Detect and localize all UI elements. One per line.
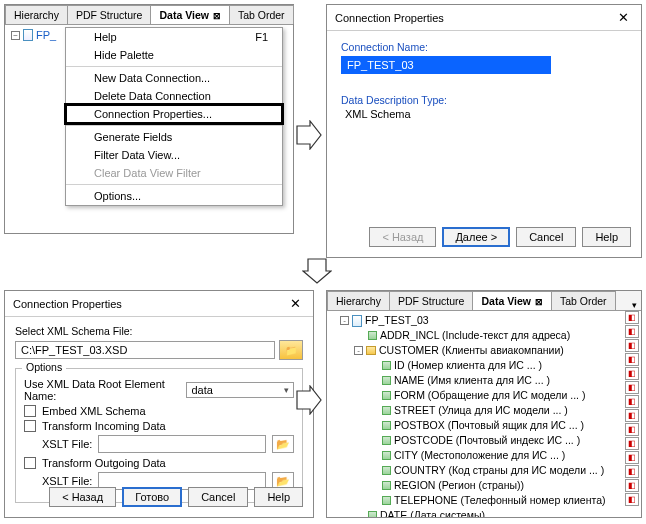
field-icon	[382, 406, 391, 415]
back-button[interactable]: < Назад	[49, 487, 116, 507]
tree-label: ID (Номер клиента для ИС ... )	[394, 358, 542, 373]
tree-row[interactable]: NAME (Имя клиента для ИС ... )	[331, 373, 637, 388]
group-icon	[366, 346, 376, 355]
close-icon[interactable]: ⊠	[535, 297, 543, 307]
menu-item: Clear Data View Filter	[66, 164, 282, 182]
xslt-in-browse-button[interactable]: 📂	[272, 435, 294, 453]
finish-button[interactable]: Готово	[122, 487, 182, 507]
tree-row[interactable]: DATE (Дата системы)	[331, 508, 637, 518]
panelA-tabbar: Hierarchy PDF Structure Data View⊠ Tab O…	[5, 5, 293, 25]
xslt-in-label: XSLT File:	[42, 438, 92, 450]
tree-row[interactable]: FORM (Обращение для ИС модели ... )	[331, 388, 637, 403]
tree-label: CITY (Местоположение для ИС ... )	[394, 448, 565, 463]
tab-pdf-structure[interactable]: PDF Structure	[389, 291, 474, 310]
close-icon[interactable]: ⊠	[213, 11, 221, 21]
embed-label: Embed XML Schema	[42, 405, 146, 417]
tree-row[interactable]: POSTBOX (Почтовый ящик для ИС ... )	[331, 418, 637, 433]
tab-tab-order[interactable]: Tab Order	[551, 291, 616, 310]
close-icon[interactable]: ✕	[614, 10, 633, 25]
arrow-down-icon	[302, 258, 332, 284]
tool-icon[interactable]: ◧	[625, 465, 639, 478]
folder-icon: 📂	[276, 475, 290, 488]
tree-row[interactable]: POSTCODE (Почтовый индекс ИС ... )	[331, 433, 637, 448]
field-icon	[382, 421, 391, 430]
menu-item[interactable]: Connection Properties...	[66, 105, 282, 123]
tree-row[interactable]: ID (Номер клиента для ИС ... )	[331, 358, 637, 373]
tree-row[interactable]: TELEPHONE (Телефонный номер клиента)	[331, 493, 637, 508]
tree-row[interactable]: COUNTRY (Код страны для ИС модели ... )	[331, 463, 637, 478]
tree-label: NAME (Имя клиента для ИС ... )	[394, 373, 550, 388]
tab-tab-order[interactable]: Tab Order	[229, 5, 294, 24]
tab-data-view[interactable]: Data View⊠	[472, 291, 551, 310]
tree-label: DATE (Дата системы)	[380, 508, 485, 518]
tool-icon[interactable]: ◧	[625, 423, 639, 436]
menu-item[interactable]: Generate Fields	[66, 128, 282, 146]
palette-menu-icon[interactable]: ▾	[628, 300, 641, 310]
tree-label: REGION (Регион (страны))	[394, 478, 524, 493]
tree-row[interactable]: REGION (Регион (страны))	[331, 478, 637, 493]
tree-label: POSTCODE (Почтовый индекс ИС ... )	[394, 433, 580, 448]
expand-icon[interactable]: -	[354, 346, 363, 355]
help-button[interactable]: Help	[582, 227, 631, 247]
close-icon[interactable]: ✕	[286, 296, 305, 311]
tool-icon[interactable]: ◧	[625, 339, 639, 352]
tree-label: FP_TEST_03	[365, 313, 429, 328]
arrow-right-icon	[296, 120, 322, 150]
tree-row[interactable]: STREET (Улица для ИС модели ... )	[331, 403, 637, 418]
field-icon	[382, 376, 391, 385]
desc-type-value: XML Schema	[341, 106, 627, 120]
tree-row[interactable]: -CUSTOMER (Клиенты авиакомпании)	[331, 343, 637, 358]
tool-icon[interactable]: ◧	[625, 325, 639, 338]
field-icon	[382, 466, 391, 475]
field-icon	[382, 436, 391, 445]
back-button: < Назад	[369, 227, 436, 247]
root-elem-label: Use XML Data Root Element Name:	[24, 378, 180, 402]
menu-item[interactable]: New Data Connection...	[66, 69, 282, 87]
data-tree: -FP_TEST_03ADDR_INCL (Include-текст для …	[327, 311, 641, 518]
transform-in-checkbox[interactable]	[24, 420, 36, 432]
transform-in-label: Transform Incoming Data	[42, 420, 166, 432]
tab-data-view[interactable]: Data View⊠	[150, 5, 229, 24]
tree-label: FORM (Обращение для ИС модели ... )	[394, 388, 585, 403]
field-icon	[368, 331, 377, 340]
browse-button[interactable]: 📁	[279, 340, 303, 360]
collapse-icon[interactable]: −	[11, 31, 20, 40]
cancel-button[interactable]: Cancel	[188, 487, 248, 507]
xslt-in-input[interactable]	[98, 435, 266, 453]
cancel-button[interactable]: Cancel	[516, 227, 576, 247]
menu-item[interactable]: HelpF1	[66, 28, 282, 46]
menu-item[interactable]: Filter Data View...	[66, 146, 282, 164]
desc-type-label: Data Description Type:	[341, 94, 627, 106]
help-button[interactable]: Help	[254, 487, 303, 507]
tool-icon[interactable]: ◧	[625, 409, 639, 422]
next-button[interactable]: Далее >	[442, 227, 510, 247]
root-label: FP_	[36, 29, 56, 41]
xsd-path-input[interactable]: C:\FP_TEST_03.XSD	[15, 341, 275, 359]
root-elem-select[interactable]: data▾	[186, 382, 294, 398]
tree-row[interactable]: CITY (Местоположение для ИС ... )	[331, 448, 637, 463]
expand-icon[interactable]: -	[340, 316, 349, 325]
xml-file-icon	[23, 29, 33, 41]
tree-label: TELEPHONE (Телефонный номер клиента)	[394, 493, 606, 508]
tree-row[interactable]: -FP_TEST_03	[331, 313, 637, 328]
conn-name-input[interactable]: FP_TEST_03	[341, 56, 551, 74]
tool-icon[interactable]: ◧	[625, 367, 639, 380]
tree-label: CUSTOMER (Клиенты авиакомпании)	[379, 343, 564, 358]
tool-icon[interactable]: ◧	[625, 493, 639, 506]
transform-out-checkbox[interactable]	[24, 457, 36, 469]
tool-icon[interactable]: ◧	[625, 479, 639, 492]
tab-pdf-structure[interactable]: PDF Structure	[67, 5, 152, 24]
tree-row[interactable]: ADDR_INCL (Include-текст для адреса)	[331, 328, 637, 343]
menu-item[interactable]: Delete Data Connection	[66, 87, 282, 105]
tool-icon[interactable]: ◧	[625, 395, 639, 408]
tool-icon[interactable]: ◧	[625, 381, 639, 394]
tab-hierarchy[interactable]: Hierarchy	[327, 291, 390, 310]
menu-item[interactable]: Options...	[66, 187, 282, 205]
tool-icon[interactable]: ◧	[625, 353, 639, 366]
menu-item[interactable]: Hide Palette	[66, 46, 282, 64]
embed-checkbox[interactable]	[24, 405, 36, 417]
tool-icon[interactable]: ◧	[625, 437, 639, 450]
tab-hierarchy[interactable]: Hierarchy	[5, 5, 68, 24]
tool-icon[interactable]: ◧	[625, 451, 639, 464]
tool-icon[interactable]: ◧	[625, 311, 639, 324]
